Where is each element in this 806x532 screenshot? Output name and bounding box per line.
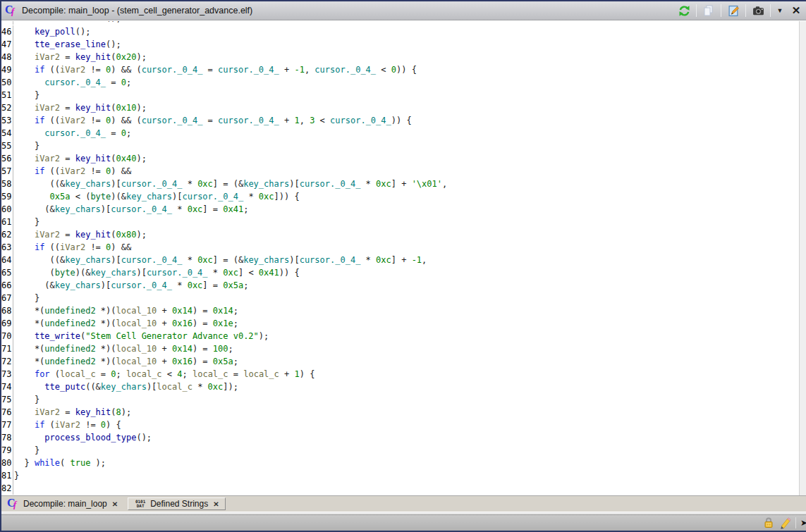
code-text[interactable]: for (local_c = 0; local_c < 4; local_c =… <box>13 368 315 381</box>
code-text[interactable]: (byte)(&key_chars)[cursor._0_4_ * 0xc] <… <box>13 266 300 279</box>
tab-close-icon[interactable]: ✕ <box>111 500 118 508</box>
code-line[interactable]: 81} <box>1 469 799 482</box>
code-line[interactable]: 76 iVar2 = key_hit(8); <box>1 406 799 419</box>
code-text[interactable]: (&key_chars)[cursor._0_4_ * 0xc] = 0x41; <box>13 203 248 216</box>
tab-defined-strings[interactable]: 0101DAT Defined Strings ✕ <box>128 497 225 510</box>
code-line[interactable]: 54 cursor._0_4_ = 0; <box>1 127 799 140</box>
code-text[interactable]: } <box>13 140 39 152</box>
code-text[interactable]: *(undefined2 *)(local_10 + 0x14) = 0x14; <box>13 304 238 317</box>
code-line[interactable]: 56 iVar2 = key_hit(0x40); <box>1 152 799 165</box>
code-text[interactable]: cursor._0_4_ = 0; <box>13 76 131 89</box>
code-text[interactable]: if ((iVar2 != 0) && (cursor._0_4_ = curs… <box>13 114 412 127</box>
code-line[interactable]: 50 cursor._0_4_ = 0; <box>1 76 799 89</box>
code-text[interactable]: if ((iVar2 != 0) && <box>13 241 131 254</box>
code-line[interactable]: 57 if ((iVar2 != 0) && <box>1 165 799 178</box>
code-text[interactable]: process_blood_type(); <box>13 431 152 444</box>
refresh-icon[interactable] <box>675 3 693 18</box>
code-line[interactable]: 70 tte_write("Stem Cell Generator Advanc… <box>1 330 799 342</box>
code-text[interactable]: cursor._0_4_ = 0; <box>13 127 131 140</box>
code-line[interactable]: 60 (&key_chars)[cursor._0_4_ * 0xc] = 0x… <box>1 203 799 216</box>
code-line[interactable]: 77 if (iVar2 != 0) { <box>1 419 799 431</box>
code-line[interactable]: 79 } <box>1 444 799 457</box>
code-text[interactable]: if (iVar2 != 0) { <box>13 419 121 431</box>
code-text[interactable]: } <box>13 89 39 101</box>
line-number: 62 <box>1 228 13 241</box>
code-line[interactable]: 62 iVar2 = key_hit(0x80); <box>1 228 799 241</box>
code-line[interactable]: 80 } while( true ); <box>1 457 799 469</box>
code-line[interactable]: 66 (&key_chars)[cursor._0_4_ * 0xc] = 0x… <box>1 279 799 292</box>
code-text[interactable]: tte_putc((&key_chars)[local_c * 0xc]); <box>13 381 238 393</box>
code-line[interactable]: 67 } <box>1 292 799 304</box>
code-line[interactable]: 46 key_poll(); <box>1 25 799 38</box>
code-line[interactable]: 68 *(undefined2 *)(local_10 + 0x14) = 0x… <box>1 304 799 317</box>
code-line[interactable]: 53 if ((iVar2 != 0) && (cursor._0_4_ = c… <box>1 114 799 127</box>
tab-close-icon[interactable]: ✕ <box>212 500 219 508</box>
code-text[interactable] <box>13 482 14 495</box>
code-line[interactable]: 65 (byte)(&key_chars)[cursor._0_4_ * 0xc… <box>1 266 799 279</box>
code-text[interactable]: if ((iVar2 != 0) && <box>13 165 131 178</box>
code-line[interactable]: 61 } <box>1 216 799 228</box>
code-line[interactable]: 63 if ((iVar2 != 0) && <box>1 241 799 254</box>
code-text[interactable]: ((&key_chars)[cursor._0_4_ * 0xc] = (&ke… <box>13 178 447 190</box>
snapshot-camera-icon[interactable] <box>749 3 767 18</box>
code-text[interactable]: tte_write("Stem Cell Generator Advance v… <box>13 330 269 342</box>
code-line[interactable]: 75 } <box>1 393 799 406</box>
code-line[interactable]: 58 ((&key_chars)[cursor._0_4_ * 0xc] = (… <box>1 178 799 190</box>
code-text[interactable]: ((&key_chars)[cursor._0_4_ * 0xc] = (&ke… <box>13 254 427 266</box>
toolbar-separator <box>721 4 721 17</box>
code-line[interactable]: 74 tte_putc((&key_chars)[local_c * 0xc])… <box>1 381 799 393</box>
code-text[interactable]: iVar2 = key_hit(0x10); <box>13 101 147 114</box>
close-window-icon[interactable]: ✕ <box>789 4 803 17</box>
code-text[interactable]: } while( true ); <box>13 457 106 469</box>
code-line[interactable]: 55 } <box>1 140 799 152</box>
toolbar-separator <box>745 4 746 17</box>
code-text[interactable]: iVar2 = key_hit(8); <box>13 406 131 419</box>
scrollbar-track[interactable] <box>799 21 806 495</box>
pencil-edit-icon[interactable] <box>778 517 791 529</box>
code-text[interactable]: *(undefined2 *)(local_10 + 0x14) = 100; <box>13 342 233 355</box>
line-number: 80 <box>1 457 13 469</box>
code-line[interactable]: 64 ((&key_chars)[cursor._0_4_ * 0xc] = (… <box>1 254 799 266</box>
code-line[interactable]: 51 } <box>1 89 799 101</box>
title-bar[interactable]: Cf Decompile: main_loop - (stem_cell_gen… <box>1 1 806 20</box>
code-text[interactable]: key_poll(); <box>13 25 90 38</box>
code-line[interactable]: 45 VBlankIntrWait(); <box>1 21 799 25</box>
code-text[interactable]: *(undefined2 *)(local_10 + 0x16) = 0x1e; <box>13 317 238 330</box>
line-number: 64 <box>1 254 13 266</box>
dropdown-caret-icon[interactable]: ▼ <box>774 7 786 14</box>
code-line[interactable]: 73 for (local_c = 0; local_c < 4; local_… <box>1 368 799 381</box>
code-line[interactable]: 47 tte_erase_line(); <box>1 38 799 51</box>
code-line[interactable]: 71 *(undefined2 *)(local_10 + 0x14) = 10… <box>1 342 799 355</box>
code-text[interactable]: } <box>13 393 39 406</box>
code-line[interactable]: 52 iVar2 = key_hit(0x10); <box>1 101 799 114</box>
code-line[interactable]: 49 if ((iVar2 != 0) && (cursor._0_4_ = c… <box>1 63 799 76</box>
code-text[interactable]: (&key_chars)[cursor._0_4_ * 0xc] = 0x5a; <box>13 279 248 292</box>
toolbar-separator <box>770 4 771 17</box>
edit-icon[interactable] <box>724 3 743 18</box>
expand-arrow-icon[interactable]: ➤ <box>800 518 806 528</box>
code-line[interactable]: 78 process_blood_type(); <box>1 431 799 444</box>
decompiler-code-panel[interactable]: 45 VBlankIntrWait(); 46 key_poll();47 tt… <box>1 21 799 495</box>
code-text[interactable]: 0x5a < (byte)(&key_chars)[cursor._0_4_ *… <box>13 190 300 203</box>
code-line[interactable]: 48 iVar2 = key_hit(0x20); <box>1 51 799 63</box>
code-text[interactable]: } <box>13 444 39 457</box>
code-line[interactable]: 72 *(undefined2 *)(local_10 + 0x16) = 0x… <box>1 355 799 368</box>
code-text[interactable]: VBlankIntrWait(); <box>13 21 121 25</box>
code-text[interactable]: if ((iVar2 != 0) && (cursor._0_4_ = curs… <box>13 63 417 76</box>
code-text[interactable]: iVar2 = key_hit(0x80); <box>13 228 147 241</box>
copy-icon[interactable] <box>700 3 718 18</box>
code-line[interactable]: 82 <box>1 482 799 495</box>
code-text[interactable]: *(undefined2 *)(local_10 + 0x16) = 0x5a; <box>13 355 238 368</box>
line-number: 53 <box>1 114 13 127</box>
code-text[interactable]: } <box>13 469 19 482</box>
line-number: 51 <box>1 89 13 101</box>
code-line[interactable]: 59 0x5a < (byte)(&key_chars)[cursor._0_4… <box>1 190 799 203</box>
code-text[interactable]: } <box>13 216 39 228</box>
code-text[interactable]: } <box>13 292 39 304</box>
code-text[interactable]: iVar2 = key_hit(0x40); <box>13 152 147 165</box>
code-text[interactable]: iVar2 = key_hit(0x20); <box>13 51 147 63</box>
lock-icon[interactable] <box>763 517 774 528</box>
code-text[interactable]: tte_erase_line(); <box>13 38 121 51</box>
code-line[interactable]: 69 *(undefined2 *)(local_10 + 0x16) = 0x… <box>1 317 799 330</box>
tab-decompile-main-loop[interactable]: Cf Decompile: main_loop ✕ <box>1 496 123 512</box>
